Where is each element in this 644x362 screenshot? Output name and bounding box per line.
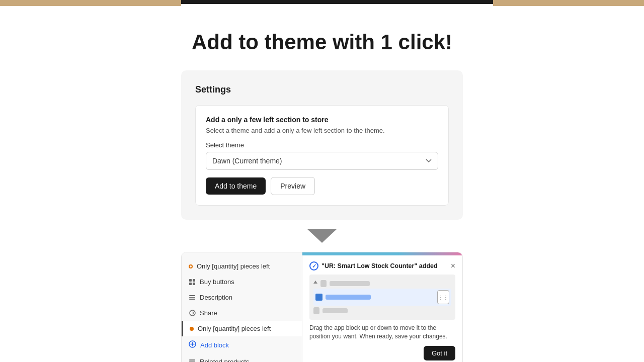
drag-bar-long xyxy=(330,281,370,286)
popup-description: Drag the app block up or down to move it… xyxy=(309,324,455,341)
sidebar-label: Buy buttons xyxy=(200,278,234,286)
svg-marker-11 xyxy=(313,281,317,284)
select-theme-label: Select theme xyxy=(206,141,438,149)
inner-card-title: Add a only a few left section to store xyxy=(206,116,438,124)
popup-content: "UR: Smart Low Stock Counter" added × ⋮⋮ xyxy=(302,255,462,352)
add-block-label: Add block xyxy=(200,341,229,349)
drag-bar-blue xyxy=(326,295,371,300)
sidebar-item-related-products[interactable]: Related products xyxy=(182,354,302,362)
got-it-button[interactable]: Got it xyxy=(424,346,455,360)
sidebar-panel: Only [quantity] pieces left Buy buttons … xyxy=(182,252,302,362)
grid-icon xyxy=(189,279,196,286)
drag-row-1 xyxy=(313,279,451,289)
sidebar-item-buy-buttons[interactable]: Buy buttons xyxy=(182,274,302,290)
drag-row-3 xyxy=(313,306,451,316)
right-panel: "UR: Smart Low Stock Counter" added × ⋮⋮ xyxy=(302,252,462,362)
arrow-down-container xyxy=(307,229,337,243)
share-icon xyxy=(189,310,196,317)
theme-select[interactable]: Dawn (Current theme) xyxy=(206,152,438,170)
popup-close-button[interactable]: × xyxy=(451,262,455,270)
sidebar-item-share[interactable]: Share xyxy=(182,305,302,321)
dot-filled-icon xyxy=(190,327,194,331)
inner-card-description: Select a theme and add a only a few left… xyxy=(206,127,438,134)
popup-title-row: "UR: Smart Low Stock Counter" added xyxy=(309,261,438,270)
popup-header: "UR: Smart Low Stock Counter" added × xyxy=(309,261,455,270)
svg-rect-0 xyxy=(189,279,192,282)
drag-area: ⋮⋮ xyxy=(309,275,455,320)
inner-card: Add a only a few left section to store S… xyxy=(195,105,449,206)
drag-block-blue xyxy=(315,294,323,301)
svg-rect-2 xyxy=(189,283,192,285)
plus-circle-icon xyxy=(189,340,196,350)
settings-title: Settings xyxy=(195,84,449,95)
svg-rect-3 xyxy=(193,283,195,285)
drag-block-sq2 xyxy=(313,307,319,314)
sidebar-label: Only [quantity] pieces left xyxy=(197,262,270,270)
drag-handle[interactable]: ⋮⋮ xyxy=(437,290,449,304)
arrow-down-icon xyxy=(307,229,337,243)
lines-icon-related xyxy=(189,358,196,363)
corner-accent-right xyxy=(493,0,644,6)
add-theme-button[interactable]: Add to theme xyxy=(206,177,266,195)
sidebar-label: Related products xyxy=(200,358,249,362)
dot-icon xyxy=(189,264,193,268)
preview-button[interactable]: Preview xyxy=(271,177,315,195)
bottom-section: Only [quantity] pieces left Buy buttons … xyxy=(181,252,463,362)
corner-accent-left xyxy=(0,0,181,6)
row-arrow-icon xyxy=(313,281,317,287)
drag-block-square xyxy=(320,280,327,287)
check-circle-icon xyxy=(309,261,318,270)
lines-icon xyxy=(189,294,196,301)
sidebar-item-only-qty-active[interactable]: Only [quantity] pieces left xyxy=(182,321,302,336)
sidebar-label: Description xyxy=(200,294,232,301)
drag-row-active: ⋮⋮ xyxy=(313,289,451,306)
drag-bar-short xyxy=(323,308,348,313)
sidebar-label: Only [quantity] pieces left xyxy=(198,325,271,332)
popup-title-text: "UR: Smart Low Stock Counter" added xyxy=(321,262,438,269)
sidebar-label: Share xyxy=(200,309,217,317)
sidebar-item-only-qty-1[interactable]: Only [quantity] pieces left xyxy=(182,258,302,274)
svg-rect-1 xyxy=(193,279,195,282)
sidebar-item-description[interactable]: Description xyxy=(182,290,302,305)
settings-card: Settings Add a only a few left section t… xyxy=(181,70,463,220)
sidebar-item-add-block[interactable]: Add block xyxy=(182,336,302,354)
page-heading: Add to theme with 1 click! xyxy=(192,30,452,54)
